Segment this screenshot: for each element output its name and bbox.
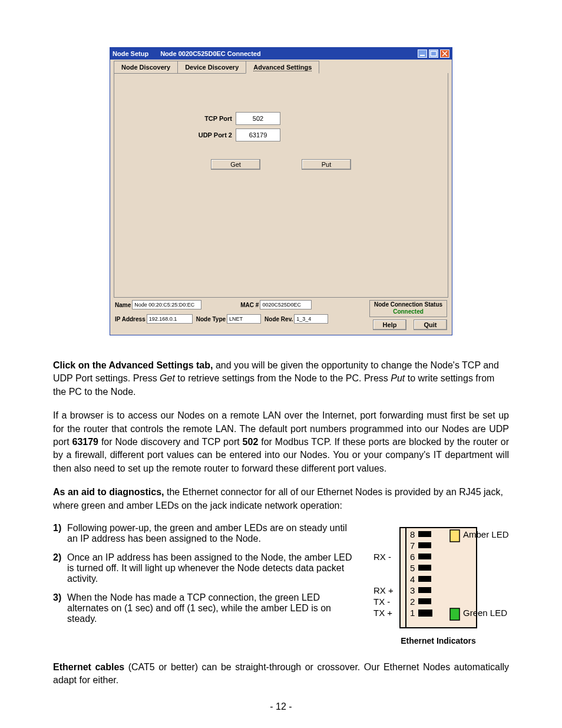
connection-status-label: Node Connection Status bbox=[370, 301, 447, 308]
maximize-icon[interactable] bbox=[429, 50, 438, 58]
svg-text:1: 1 bbox=[410, 608, 415, 618]
svg-rect-3 bbox=[400, 528, 406, 628]
tab-node-discovery[interactable]: Node Discovery bbox=[114, 61, 178, 74]
svg-rect-13 bbox=[418, 576, 431, 582]
tab-device-discovery[interactable]: Device Discovery bbox=[177, 61, 246, 74]
tab-row: Node Discovery Device Discovery Advanced… bbox=[114, 60, 448, 74]
svg-rect-15 bbox=[418, 587, 431, 593]
svg-text:6: 6 bbox=[410, 552, 415, 562]
svg-rect-1 bbox=[431, 51, 437, 56]
name-field[interactable] bbox=[132, 300, 201, 309]
svg-text:8: 8 bbox=[410, 529, 415, 539]
tab-advanced-settings[interactable]: Advanced Settings bbox=[246, 61, 319, 74]
svg-rect-9 bbox=[418, 554, 431, 559]
ip-field[interactable] bbox=[147, 314, 193, 324]
svg-text:2: 2 bbox=[410, 597, 415, 607]
page-number: - 12 - bbox=[53, 701, 509, 712]
rx-plus-label: RX + bbox=[373, 585, 394, 595]
connection-status-box: Node Connection Status Connected bbox=[369, 300, 447, 317]
paragraph-port-forwarding: If a browser is to access our Nodes on a… bbox=[53, 409, 509, 475]
window-title: Node Setup bbox=[113, 50, 148, 57]
svg-rect-19 bbox=[418, 610, 432, 617]
tx-plus-label: TX + bbox=[373, 608, 392, 618]
diagram-caption: Ethernet Indicators bbox=[368, 636, 509, 645]
mac-field[interactable] bbox=[260, 300, 312, 309]
green-led-label: Green LED bbox=[463, 608, 507, 618]
tcp-port-input[interactable] bbox=[236, 112, 280, 125]
name-label: Name bbox=[115, 302, 131, 308]
quit-button[interactable]: Quit bbox=[414, 319, 447, 330]
udp-port-input[interactable] bbox=[236, 129, 280, 141]
tcp-port-label: TCP Port bbox=[114, 115, 236, 122]
paragraph-ethernet-cables: Ethernet cables (CAT5 or better) can be … bbox=[53, 661, 509, 687]
minimize-icon[interactable] bbox=[418, 50, 427, 58]
svg-rect-5 bbox=[418, 531, 431, 537]
connection-status-value: Connected bbox=[370, 308, 447, 317]
node-setup-window: Node Setup Node 0020C525D0EC Connected N… bbox=[110, 47, 452, 335]
put-button[interactable]: Put bbox=[302, 159, 351, 170]
svg-text:4: 4 bbox=[410, 574, 415, 584]
list-item-2: 2) Once an IP address has been assigned … bbox=[53, 552, 359, 584]
svg-text:3: 3 bbox=[410, 585, 415, 595]
udp-port-label: UDP Port 2 bbox=[114, 131, 236, 139]
svg-rect-20 bbox=[450, 530, 459, 542]
amber-led-label: Amber LED bbox=[463, 529, 509, 539]
close-icon[interactable] bbox=[440, 50, 449, 58]
paragraph-diagnostics: As an aid to diagnostics, the Ethernet c… bbox=[53, 486, 509, 512]
svg-rect-17 bbox=[418, 598, 431, 604]
tx-minus-label: TX - bbox=[373, 597, 390, 607]
svg-rect-0 bbox=[420, 55, 425, 56]
advanced-settings-panel: TCP Port UDP Port 2 Get Put bbox=[114, 73, 448, 298]
paragraph-advanced-settings: Click on the Advanced Settings tab, and … bbox=[53, 359, 509, 398]
node-rev-field[interactable] bbox=[294, 314, 328, 324]
svg-rect-7 bbox=[418, 542, 431, 548]
ethernet-indicator-diagram: 8 7 6 5 4 3 2 1 RX - RX + TX bbox=[368, 523, 509, 645]
svg-text:7: 7 bbox=[410, 541, 415, 551]
mac-label: MAC # bbox=[240, 302, 259, 308]
svg-rect-21 bbox=[450, 608, 459, 620]
window-subtitle: Node 0020C525D0EC Connected bbox=[160, 50, 261, 57]
node-rev-label: Node Rev. bbox=[265, 316, 293, 322]
ip-label: IP Address bbox=[115, 316, 146, 322]
titlebar: Node Setup Node 0020C525D0EC Connected bbox=[110, 48, 452, 60]
get-button[interactable]: Get bbox=[211, 159, 260, 170]
list-item-3: 3) When the Node has made a TCP connecti… bbox=[53, 592, 359, 624]
list-item-1: 1) Following power-up, the green and amb… bbox=[53, 523, 359, 544]
node-type-label: Node Type bbox=[196, 316, 226, 322]
svg-rect-11 bbox=[418, 565, 431, 571]
help-button[interactable]: Help bbox=[373, 319, 406, 330]
svg-text:5: 5 bbox=[410, 563, 415, 573]
node-type-field[interactable] bbox=[227, 314, 261, 324]
rx-minus-label: RX - bbox=[373, 552, 391, 562]
